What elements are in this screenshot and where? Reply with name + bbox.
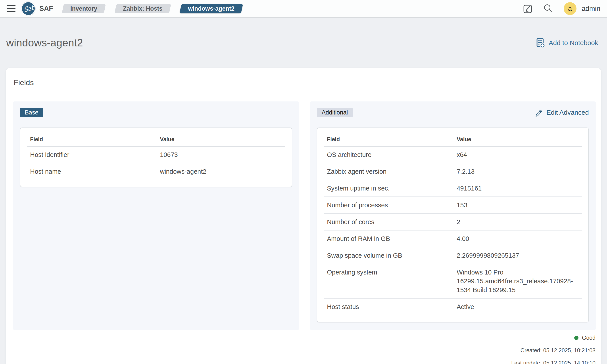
field-value: 2 [457, 218, 582, 226]
last-update-timestamp: Last update: 05.12.2025, 14:10:10 [511, 360, 595, 364]
table-row: Operating system Windows 10 Pro 16299.15… [324, 264, 582, 299]
breadcrumb: Inventory Zabbix: Hosts windows-agent2 [63, 4, 242, 13]
field-value: 2.2699999809265137 [457, 251, 582, 260]
breadcrumb-tab-inventory[interactable]: Inventory [62, 4, 106, 13]
record-meta: Good Created: 05.12.2025, 10:21:03 Last … [511, 335, 595, 364]
field-value: x64 [457, 150, 582, 159]
avatar-letter: a [568, 5, 572, 13]
breadcrumb-label: Inventory [70, 5, 97, 12]
column-header-field: Field [324, 136, 457, 143]
hamburger-menu-icon[interactable] [7, 5, 15, 12]
field-name: Number of processes [324, 201, 457, 209]
breadcrumb-label: Zabbix: Hosts [123, 5, 162, 12]
username[interactable]: admin [582, 5, 600, 13]
field-name: OS architecture [324, 150, 457, 159]
top-bar: Saf SAF Inventory Zabbix: Hosts windows-… [0, 0, 607, 18]
table-header-row: Field Value [27, 130, 285, 146]
field-name: Operating system [324, 268, 457, 277]
notebook-add-icon [535, 38, 545, 48]
additional-panel: Additional Edit Advanced Field Value [310, 102, 596, 330]
table-row: Host name windows-agent2 [27, 163, 285, 180]
base-panel: Base Field Value Host identifier 10673 H… [13, 102, 299, 330]
topbar-actions: a admin [513, 2, 600, 15]
breadcrumb-tab-windows-agent2[interactable]: windows-agent2 [180, 4, 243, 13]
breadcrumb-label: windows-agent2 [188, 5, 234, 12]
created-timestamp: Created: 05.12.2025, 10:21:03 [521, 347, 595, 354]
breadcrumb-tab-zabbix-hosts[interactable]: Zabbix: Hosts [114, 4, 171, 13]
page-title: windows-agent2 [6, 36, 83, 50]
status-label: Good [582, 335, 595, 341]
app-logo-text: Saf [23, 4, 34, 13]
additional-table: Field Value OS architecture x64 Zabbix a… [317, 128, 589, 323]
field-value: Active [457, 302, 582, 311]
field-name: Amount of RAM in GB [324, 234, 457, 243]
table-row: Amount of RAM in GB 4.00 [324, 231, 582, 247]
column-header-value: Value [457, 136, 582, 143]
field-value: 4.00 [457, 234, 582, 243]
base-panel-head: Base [20, 108, 292, 117]
table-row: Zabbix agent version 7.2.13 [324, 163, 582, 180]
field-name: Host identifier [27, 150, 160, 159]
app-name: SAF [39, 5, 53, 13]
add-to-notebook-label: Add to Notebook [549, 39, 598, 47]
additional-badge: Additional [317, 108, 353, 117]
field-name: Host status [324, 302, 457, 311]
fields-card: Fields Base Field Value Host identifier … [6, 68, 601, 364]
fields-heading: Fields [6, 68, 601, 87]
table-row: Number of cores 2 [324, 214, 582, 231]
table-row: OS architecture x64 [324, 146, 582, 163]
field-name: Zabbix agent version [324, 167, 457, 176]
table-row: Host status Active [324, 299, 582, 315]
status-badge: Good [574, 335, 595, 341]
edit-advanced-label: Edit Advanced [546, 109, 589, 116]
additional-panel-head: Additional Edit Advanced [317, 108, 589, 117]
field-value: windows-agent2 [160, 167, 285, 176]
field-value: 153 [457, 201, 582, 209]
field-value: 10673 [160, 150, 285, 159]
table-row: Swap space volume in GB 2.26999998092651… [324, 247, 582, 264]
page-head: windows-agent2 Add to Notebook [0, 18, 607, 68]
base-table: Field Value Host identifier 10673 Host n… [20, 128, 292, 187]
compose-icon[interactable] [522, 3, 534, 14]
base-badge: Base [20, 108, 43, 117]
field-value: Windows 10 Pro 16299.15.amd64fre.rs3_rel… [457, 268, 582, 294]
app-logo[interactable]: Saf [21, 1, 35, 16]
table-row: Host identifier 10673 [27, 146, 285, 163]
search-icon[interactable] [542, 3, 554, 14]
field-name: Number of cores [324, 218, 457, 226]
field-value: 4915161 [457, 184, 582, 193]
table-row: System uptime in sec. 4915161 [324, 180, 582, 197]
edit-advanced-button[interactable]: Edit Advanced [534, 108, 589, 117]
field-name: System uptime in sec. [324, 184, 457, 193]
table-row: Number of processes 153 [324, 197, 582, 214]
table-header-row: Field Value [324, 130, 582, 146]
add-to-notebook-button[interactable]: Add to Notebook [535, 38, 598, 48]
column-header-field: Field [27, 136, 160, 143]
pencil-icon [534, 108, 543, 117]
status-dot-icon [574, 336, 579, 340]
field-value: 7.2.13 [457, 167, 582, 176]
fields-panels: Base Field Value Host identifier 10673 H… [6, 102, 601, 330]
field-name: Swap space volume in GB [324, 251, 457, 260]
column-header-value: Value [160, 136, 285, 143]
field-name: Host name [27, 167, 160, 176]
avatar[interactable]: a [564, 2, 577, 15]
